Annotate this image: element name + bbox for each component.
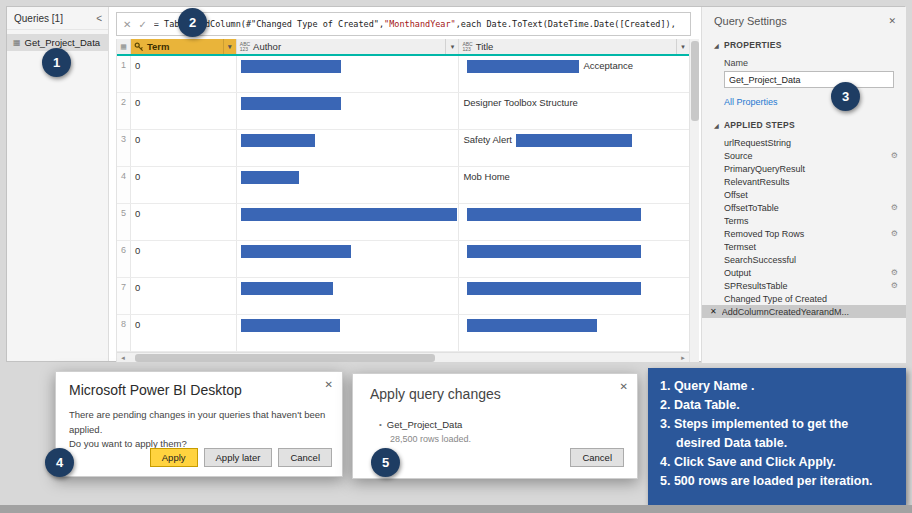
scroll-left-icon[interactable]: ◄ xyxy=(117,355,129,361)
cell-author[interactable] xyxy=(237,93,460,129)
cell-term[interactable]: 0 xyxy=(131,278,237,314)
row-number[interactable]: 6 xyxy=(117,241,131,277)
gear-icon[interactable]: ⚙ xyxy=(891,151,898,160)
applied-step[interactable]: OffsetToTable⚙ xyxy=(702,201,906,214)
row-number[interactable]: 2 xyxy=(117,93,131,129)
cell-author[interactable] xyxy=(237,315,460,351)
filter-dropdown-icon[interactable]: ▾ xyxy=(223,39,236,54)
gear-icon[interactable]: ⚙ xyxy=(891,229,898,238)
cell-title[interactable] xyxy=(459,315,689,351)
cell-title[interactable] xyxy=(459,241,689,277)
gear-icon[interactable]: ⚙ xyxy=(891,268,898,277)
applied-step[interactable]: Termset xyxy=(702,240,906,253)
collapse-panel-icon[interactable]: < xyxy=(96,13,102,24)
applied-steps-section-header[interactable]: ◢ APPLIED STEPS xyxy=(714,120,896,130)
redaction-bar xyxy=(241,134,315,147)
scrollbar-thumb[interactable] xyxy=(135,354,435,362)
table-icon: ▦ xyxy=(13,38,21,47)
properties-section-header[interactable]: ◢ PROPERTIES xyxy=(714,40,896,50)
cell-title[interactable]: Mob Home xyxy=(459,167,689,203)
cell-author[interactable] xyxy=(237,130,460,166)
column-label-term: Term xyxy=(147,41,220,52)
applied-step[interactable]: Offset xyxy=(702,188,906,201)
cell-author[interactable] xyxy=(237,278,460,314)
column-header-term[interactable]: Term ▾ xyxy=(131,39,237,54)
applied-step[interactable]: Removed Top Rows⚙ xyxy=(702,227,906,240)
cell-title[interactable]: Acceptance xyxy=(459,56,689,92)
query-settings-panel: Query Settings ✕ ◢ PROPERTIES Name All P… xyxy=(701,7,906,363)
vertical-scrollbar[interactable] xyxy=(689,39,699,362)
row-number[interactable]: 3 xyxy=(117,130,131,166)
query-name-label: Get_Project_Data xyxy=(25,37,101,48)
row-number[interactable]: 5 xyxy=(117,204,131,240)
applied-step[interactable]: PrimaryQueryResult xyxy=(702,162,906,175)
column-header-title[interactable]: ABC123 Title ▾ xyxy=(459,39,689,54)
apply-later-button[interactable]: Apply later xyxy=(204,448,273,467)
apply-button[interactable]: Apply xyxy=(150,448,198,467)
section-collapse-icon[interactable]: ◢ xyxy=(714,42,719,49)
delete-step-icon[interactable]: ✕ xyxy=(710,307,717,316)
row-number[interactable]: 1 xyxy=(117,56,131,92)
callout-circle-3: 3 xyxy=(831,82,860,111)
redaction-bar xyxy=(241,60,341,73)
row-number[interactable]: 4 xyxy=(117,167,131,203)
close-icon[interactable]: ✕ xyxy=(325,379,333,390)
cell-term[interactable]: 0 xyxy=(131,56,237,92)
cell-title[interactable]: Safety Alert xyxy=(459,130,689,166)
cell-title[interactable]: Designer Toolbox Structure xyxy=(459,93,689,129)
applied-step[interactable]: RelevantResults xyxy=(702,175,906,188)
applied-step-selected[interactable]: ✕AddColumnCreatedYearandM... xyxy=(702,305,906,318)
cell-author[interactable] xyxy=(237,56,460,92)
dialog-body: There are pending changes in your querie… xyxy=(69,408,328,452)
table-header-row: ▦ Term ▾ ABC123 Author ▾ ABC123 Title ▾ xyxy=(117,39,689,56)
row-number[interactable]: 7 xyxy=(117,278,131,314)
cell-term[interactable]: 0 xyxy=(131,130,237,166)
applied-step[interactable]: SPResultsTable⚙ xyxy=(702,279,906,292)
scroll-right-icon[interactable]: ► xyxy=(677,355,689,361)
filter-dropdown-icon[interactable]: ▾ xyxy=(676,39,689,54)
cell-term[interactable]: 0 xyxy=(131,93,237,129)
cell-title[interactable] xyxy=(459,278,689,314)
redaction-bar xyxy=(467,282,641,295)
scrollbar-track[interactable] xyxy=(129,353,677,362)
callout-circle-2: 2 xyxy=(178,8,207,37)
all-properties-link[interactable]: All Properties xyxy=(724,97,896,107)
cell-text: Safety Alert xyxy=(463,134,512,145)
section-collapse-icon[interactable]: ◢ xyxy=(714,122,719,129)
applied-step[interactable]: Output⚙ xyxy=(702,266,906,279)
cancel-button[interactable]: Cancel xyxy=(570,448,624,467)
cell-term[interactable]: 0 xyxy=(131,315,237,351)
cell-term[interactable]: 0 xyxy=(131,204,237,240)
column-header-author[interactable]: ABC123 Author ▾ xyxy=(237,39,460,54)
cell-text: Acceptance xyxy=(583,60,633,71)
cell-term[interactable]: 0 xyxy=(131,241,237,277)
cell-author[interactable] xyxy=(237,204,460,240)
applied-step[interactable]: Terms xyxy=(702,214,906,227)
cancel-formula-icon[interactable]: ✕ xyxy=(123,19,131,30)
applied-step[interactable]: SearchSuccessful xyxy=(702,253,906,266)
callout-circle-4: 4 xyxy=(45,448,74,477)
close-icon[interactable]: ✕ xyxy=(888,16,896,26)
gear-icon[interactable]: ⚙ xyxy=(891,203,898,212)
formula-text: = Table.AddColumn(#"Changed Type of Crea… xyxy=(154,19,684,29)
gear-icon[interactable]: ⚙ xyxy=(891,281,898,290)
select-all-corner[interactable]: ▦ xyxy=(117,39,131,54)
cell-text: Mob Home xyxy=(463,171,509,182)
close-icon[interactable]: ✕ xyxy=(620,381,628,392)
applied-step[interactable]: Changed Type of Created xyxy=(702,292,906,305)
row-number[interactable]: 8 xyxy=(117,315,131,351)
query-name-input[interactable] xyxy=(724,71,894,88)
cell-author[interactable] xyxy=(237,167,460,203)
cancel-button[interactable]: Cancel xyxy=(278,448,332,467)
applied-step[interactable]: urlRequestString xyxy=(702,136,906,149)
horizontal-scrollbar[interactable]: ◄ ► xyxy=(117,352,689,362)
cell-term[interactable]: 0 xyxy=(131,167,237,203)
commit-formula-icon[interactable]: ✓ xyxy=(138,19,146,30)
cell-title[interactable] xyxy=(459,204,689,240)
redaction-bar xyxy=(241,171,299,184)
cell-author[interactable] xyxy=(237,241,460,277)
filter-dropdown-icon[interactable]: ▾ xyxy=(445,39,458,54)
note-item: 3. Steps implemented to get the desired … xyxy=(660,415,896,453)
scrollbar-thumb[interactable] xyxy=(691,41,699,121)
applied-step[interactable]: Source⚙ xyxy=(702,149,906,162)
